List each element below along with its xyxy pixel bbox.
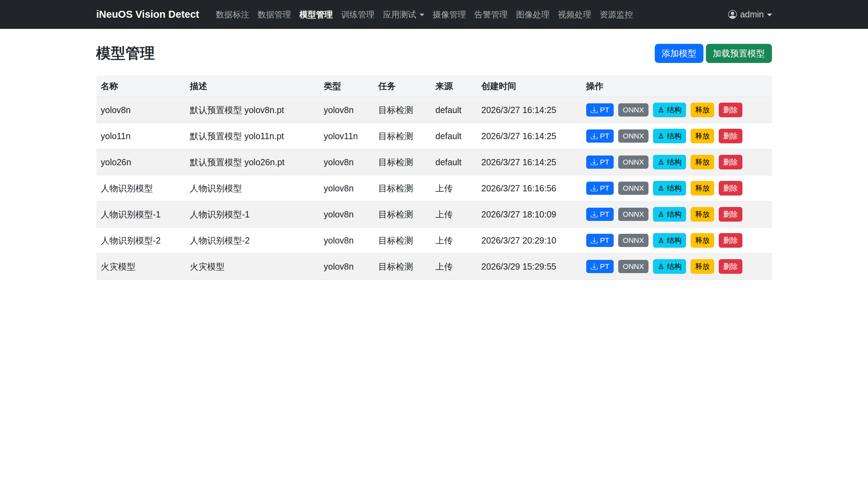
download-pt-button[interactable]: PT bbox=[586, 260, 614, 273]
download-pt-button[interactable]: PT bbox=[586, 103, 614, 117]
model-created-cell: 2026/3/29 15:29:55 bbox=[477, 254, 582, 280]
user-menu[interactable]: admin bbox=[728, 9, 772, 19]
actions-cell: PT ONNX 结构 释放 bbox=[582, 123, 772, 149]
model-task-cell: 目标检测 bbox=[374, 123, 431, 149]
structure-button[interactable]: 结构 bbox=[653, 155, 686, 169]
structure-button[interactable]: 结构 bbox=[653, 207, 686, 222]
nav-item[interactable]: 应用测试 bbox=[379, 9, 429, 20]
onnx-button[interactable]: ONNX bbox=[618, 234, 648, 247]
actions-cell: PT ONNX 结构 释放 bbox=[582, 201, 772, 228]
nav-item-label: 数据标注 bbox=[216, 9, 249, 20]
release-button[interactable]: 释放 bbox=[691, 155, 714, 169]
structure-button[interactable]: 结构 bbox=[653, 233, 686, 248]
download-icon bbox=[591, 159, 598, 166]
delete-button[interactable]: 删除 bbox=[719, 129, 742, 143]
actions-cell: PT ONNX 结构 释放 bbox=[582, 254, 772, 280]
nav-item[interactable]: 摄像管理 bbox=[429, 9, 470, 20]
onnx-button[interactable]: ONNX bbox=[618, 103, 648, 117]
onnx-button[interactable]: ONNX bbox=[618, 182, 648, 195]
release-button[interactable]: 释放 bbox=[691, 181, 714, 196]
model-description-cell: 默认预置模型 yolov8n.pt bbox=[185, 97, 319, 123]
nav-item[interactable]: 训练管理 bbox=[337, 9, 379, 20]
nav-item-label: 数据管理 bbox=[258, 9, 291, 20]
actions-cell: PT ONNX 结构 释放 bbox=[582, 175, 772, 201]
model-type-cell: yolov8n bbox=[319, 97, 374, 123]
add-model-button[interactable]: 添加模型 bbox=[655, 44, 703, 63]
nav-item[interactable]: 图像处理 bbox=[512, 9, 554, 20]
download-icon bbox=[591, 211, 598, 218]
model-type-cell: yolov11n bbox=[319, 123, 374, 149]
brand[interactable]: iNeuOS Vision Detect bbox=[96, 9, 199, 20]
column-header-name: 名称 bbox=[96, 75, 185, 97]
model-task-cell: 目标检测 bbox=[374, 97, 431, 123]
download-pt-button[interactable]: PT bbox=[586, 182, 614, 195]
release-button[interactable]: 释放 bbox=[691, 103, 714, 117]
download-pt-button[interactable]: PT bbox=[586, 234, 614, 247]
download-icon bbox=[591, 106, 598, 113]
model-task-cell: 目标检测 bbox=[374, 201, 431, 228]
nav-item[interactable]: 模型管理 bbox=[295, 9, 337, 20]
structure-button[interactable]: 结构 bbox=[653, 181, 686, 196]
download-icon bbox=[591, 237, 598, 244]
model-name-cell: yolo11n bbox=[96, 123, 185, 149]
download-pt-button[interactable]: PT bbox=[586, 156, 614, 169]
nav-item-label: 应用测试 bbox=[383, 9, 416, 20]
diagram-icon bbox=[658, 106, 664, 113]
diagram-icon bbox=[658, 133, 664, 140]
nav-item-label: 图像处理 bbox=[516, 9, 550, 20]
model-description-cell: 人物识别模型-1 bbox=[185, 201, 319, 228]
model-created-cell: 2026/3/27 16:14:25 bbox=[477, 149, 582, 175]
column-header-task: 任务 bbox=[374, 75, 431, 97]
model-source-cell: default bbox=[431, 97, 477, 123]
onnx-button[interactable]: ONNX bbox=[618, 129, 648, 143]
page-header: 模型管理 添加模型 加载预置模型 bbox=[96, 43, 772, 63]
release-button[interactable]: 释放 bbox=[691, 233, 714, 248]
table-row: yolo11n 默认预置模型 yolo11n.pt yolov11n 目标检测 … bbox=[96, 123, 772, 149]
model-type-cell: yolov8n bbox=[319, 254, 374, 280]
model-description-cell: 默认预置模型 yolo11n.pt bbox=[185, 123, 319, 149]
delete-button[interactable]: 删除 bbox=[719, 207, 742, 222]
release-button[interactable]: 释放 bbox=[691, 259, 714, 274]
nav-item-label: 摄像管理 bbox=[433, 9, 466, 20]
model-source-cell: 上传 bbox=[431, 254, 477, 280]
column-header-actions: 操作 bbox=[582, 75, 772, 97]
download-pt-button[interactable]: PT bbox=[586, 208, 614, 221]
onnx-button[interactable]: ONNX bbox=[618, 208, 648, 221]
model-name-cell: 火灾模型 bbox=[96, 254, 185, 280]
nav-item[interactable]: 数据管理 bbox=[254, 9, 295, 20]
release-button[interactable]: 释放 bbox=[691, 129, 714, 143]
delete-button[interactable]: 删除 bbox=[719, 155, 742, 169]
nav-item[interactable]: 告警管理 bbox=[470, 9, 512, 20]
structure-button[interactable]: 结构 bbox=[653, 259, 686, 274]
release-button[interactable]: 释放 bbox=[691, 207, 714, 222]
table-row: 火灾模型 火灾模型 yolov8n 目标检测 上传 2026/3/29 15:2… bbox=[96, 254, 772, 280]
onnx-button[interactable]: ONNX bbox=[618, 260, 648, 273]
delete-button[interactable]: 删除 bbox=[719, 233, 742, 248]
model-created-cell: 2026/3/27 20:29:10 bbox=[477, 228, 582, 254]
delete-button[interactable]: 删除 bbox=[719, 103, 742, 117]
model-task-cell: 目标检测 bbox=[374, 175, 431, 201]
nav-item[interactable]: 视频处理 bbox=[554, 9, 596, 20]
structure-button[interactable]: 结构 bbox=[653, 103, 686, 117]
model-name-cell: 人物识别模型-1 bbox=[96, 201, 185, 228]
nav-item[interactable]: 数据标注 bbox=[212, 9, 254, 20]
diagram-icon bbox=[658, 211, 664, 218]
actions-cell: PT ONNX 结构 释放 bbox=[582, 228, 772, 254]
download-pt-button[interactable]: PT bbox=[586, 129, 614, 143]
model-task-cell: 目标检测 bbox=[374, 228, 431, 254]
delete-button[interactable]: 删除 bbox=[719, 259, 742, 274]
model-source-cell: 上传 bbox=[431, 201, 477, 228]
model-task-cell: 目标检测 bbox=[374, 254, 431, 280]
onnx-button[interactable]: ONNX bbox=[618, 156, 648, 169]
table-header-row: 名称 描述 类型 任务 来源 创建时间 操作 bbox=[96, 75, 772, 97]
chevron-down-icon bbox=[767, 14, 772, 16]
nav-item[interactable]: 资源监控 bbox=[596, 9, 637, 20]
column-header-created: 创建时间 bbox=[477, 75, 582, 97]
model-type-cell: yolov8n bbox=[319, 228, 374, 254]
nav-item-label: 告警管理 bbox=[475, 9, 508, 20]
delete-button[interactable]: 删除 bbox=[719, 181, 742, 196]
model-type-cell: yolov8n bbox=[319, 149, 374, 175]
load-preset-model-button[interactable]: 加载预置模型 bbox=[706, 44, 772, 63]
nav-item-label: 模型管理 bbox=[300, 9, 333, 20]
structure-button[interactable]: 结构 bbox=[653, 129, 686, 143]
